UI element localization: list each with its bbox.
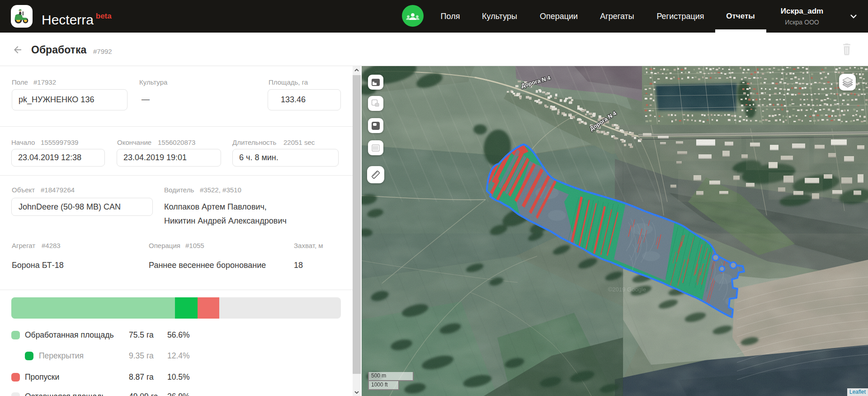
svg-text:©2019 Google: ©2019 Google — [608, 286, 646, 293]
